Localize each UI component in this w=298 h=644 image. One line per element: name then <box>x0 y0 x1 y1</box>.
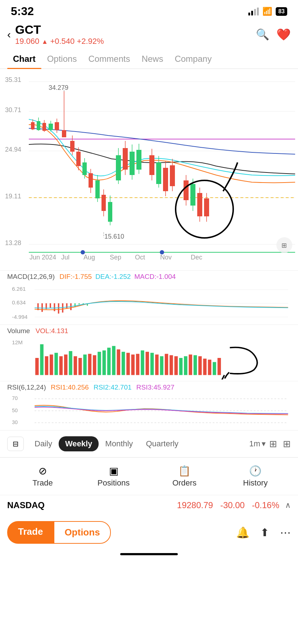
svg-rect-105 <box>64 354 68 375</box>
svg-rect-101 <box>45 356 49 375</box>
history-icon: 🕐 <box>249 465 262 477</box>
rsi1-value: RSI1:40.256 <box>51 383 89 391</box>
svg-rect-133 <box>198 356 202 375</box>
svg-rect-104 <box>59 356 63 375</box>
share-icon[interactable]: ⬆ <box>260 526 269 539</box>
nav-positions-label: Positions <box>98 478 130 488</box>
macd-dif: DIF:-1.755 <box>59 273 92 281</box>
trade-button[interactable]: Trade <box>7 521 54 544</box>
nav-orders[interactable]: 📋 Orders <box>149 465 220 488</box>
macd-value: MACD:-1.004 <box>134 273 176 281</box>
vol-value: VOL:4.131 <box>36 327 68 335</box>
main-chart[interactable]: 35.31 30.71 24.94 19.11 13.28 <box>0 69 298 270</box>
nasdaq-price: 19280.79 <box>177 500 213 510</box>
period-daily[interactable]: Daily <box>28 436 59 451</box>
nav-orders-label: Orders <box>172 478 197 488</box>
options-button[interactable]: Options <box>54 521 110 544</box>
nav-positions[interactable]: ▣ Positions <box>78 465 149 488</box>
svg-text:24.94: 24.94 <box>5 146 21 153</box>
svg-text:Aug: Aug <box>83 254 95 261</box>
home-bar <box>120 553 178 555</box>
svg-text:-4.994: -4.994 <box>12 314 28 320</box>
svg-rect-127 <box>170 355 173 375</box>
svg-rect-112 <box>98 352 101 375</box>
toggle-button[interactable]: ⊟ <box>7 437 24 451</box>
svg-rect-100 <box>40 344 44 375</box>
status-icons: 📶 83 <box>248 7 287 16</box>
svg-text:Nov: Nov <box>160 254 172 261</box>
tab-navigation: Chart Options Comments News Company <box>0 50 298 69</box>
nasdaq-change: -30.00 <box>220 500 245 510</box>
svg-rect-103 <box>54 353 58 375</box>
svg-rect-116 <box>117 349 121 375</box>
period-1m-dropdown[interactable]: 1m ▾ <box>245 436 269 451</box>
period-monthly[interactable]: Monthly <box>99 436 139 451</box>
nasdaq-name: NASDAQ <box>7 500 177 510</box>
status-time: 5:32 <box>11 5 34 18</box>
nasdaq-pct: -0.16% <box>252 500 279 510</box>
tab-chart[interactable]: Chart <box>7 50 41 68</box>
positions-icon: ▣ <box>109 465 118 477</box>
svg-rect-115 <box>112 346 116 375</box>
svg-rect-124 <box>155 354 159 375</box>
orders-icon: 📋 <box>178 465 191 477</box>
svg-line-138 <box>222 375 225 380</box>
collapse-icon[interactable]: ∧ <box>285 501 291 510</box>
svg-text:12M: 12M <box>12 339 23 345</box>
ticker-info: GCT 19.060 ▲ +0.540 +2.92% <box>15 23 256 46</box>
signal-icon <box>248 8 259 15</box>
period-weekly[interactable]: Weekly <box>59 436 99 451</box>
header-actions: 🔍 ❤️ <box>256 28 291 41</box>
chart-tools: ⊞ ⊞ <box>269 438 291 450</box>
svg-text:0.634: 0.634 <box>12 299 26 305</box>
svg-rect-108 <box>78 358 82 375</box>
svg-text:35.31: 35.31 <box>5 76 21 83</box>
svg-text:30: 30 <box>12 419 18 425</box>
svg-text:13.28: 13.28 <box>5 239 21 247</box>
alert-icon[interactable]: 🔔 <box>236 526 249 539</box>
svg-rect-102 <box>50 354 53 375</box>
volume-label: Volume VOL:4.131 <box>7 327 291 335</box>
tab-comments[interactable]: Comments <box>82 50 136 68</box>
tab-options[interactable]: Options <box>41 50 83 68</box>
svg-rect-135 <box>208 360 212 375</box>
ticker-symbol: GCT <box>15 23 256 37</box>
status-bar: 5:32 📶 83 <box>0 0 298 20</box>
favorite-icon[interactable]: ❤️ <box>276 28 291 41</box>
rsi-section: RSI(6,12,24) RSI1:40.256 RSI2:42.701 RSI… <box>0 381 298 430</box>
svg-rect-122 <box>145 352 149 375</box>
svg-text:70: 70 <box>12 395 18 401</box>
svg-rect-132 <box>194 355 197 375</box>
period-quarterly[interactable]: Quarterly <box>139 436 185 451</box>
macd-section: MACD(12,26,9) DIF:-1.755 DEA:-1.252 MACD… <box>0 270 298 325</box>
svg-rect-134 <box>203 359 207 375</box>
search-icon[interactable]: 🔍 <box>256 28 269 41</box>
tab-news[interactable]: News <box>136 50 169 68</box>
svg-rect-130 <box>184 356 188 375</box>
tab-company[interactable]: Company <box>169 50 217 68</box>
svg-text:Oct: Oct <box>135 254 145 261</box>
svg-rect-107 <box>74 356 77 375</box>
more-icon[interactable]: ⋯ <box>280 526 291 539</box>
action-bar: Trade Options 🔔 ⬆ ⋯ <box>0 515 298 549</box>
back-button[interactable]: ‹ <box>7 28 11 41</box>
rsi2-value: RSI2:42.701 <box>94 383 132 391</box>
svg-rect-136 <box>213 362 216 375</box>
nav-trade-label: Trade <box>32 478 53 488</box>
indicators-icon[interactable]: ⊞ <box>283 438 291 450</box>
svg-rect-128 <box>174 356 178 375</box>
svg-rect-121 <box>141 350 144 375</box>
time-selector: ⊟ Daily Weekly Monthly Quarterly 1m ▾ ⊞ … <box>0 430 298 457</box>
svg-rect-99 <box>35 358 39 375</box>
ticker-price: 19.060 ▲ +0.540 +2.92% <box>15 37 256 46</box>
svg-rect-118 <box>126 353 130 375</box>
nav-history[interactable]: 🕐 History <box>220 465 291 488</box>
chart-type-icon[interactable]: ⊞ <box>269 438 277 450</box>
svg-text:50: 50 <box>12 408 18 413</box>
nav-trade[interactable]: ⊘ Trade <box>7 465 78 488</box>
svg-text:19.11: 19.11 <box>5 193 21 200</box>
svg-point-75 <box>81 250 85 254</box>
svg-text:Dec: Dec <box>191 254 202 261</box>
svg-rect-120 <box>136 354 140 375</box>
volume-section: Volume VOL:4.131 12M <box>0 325 298 381</box>
